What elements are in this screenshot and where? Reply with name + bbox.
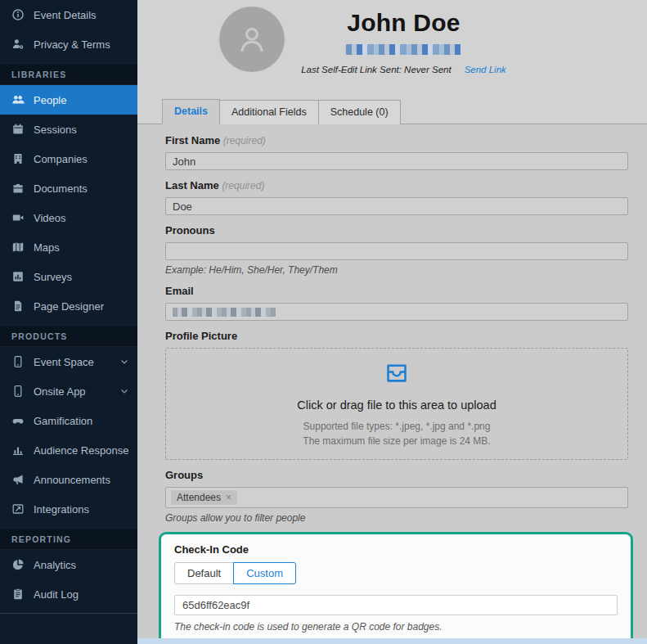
- sidebar-item-label: People: [34, 94, 66, 106]
- video-icon: [11, 211, 25, 224]
- sidebar-item-label: Integrations: [34, 503, 89, 516]
- check-in-code-label: Check-In Code: [174, 543, 249, 556]
- sidebar-item-companies[interactable]: Companies: [0, 144, 137, 173]
- sidebar-item-audit-log[interactable]: Audit Log: [0, 579, 137, 609]
- sidebar-item-label: Announcements: [34, 474, 110, 486]
- sidebar-item-label: Maps: [34, 241, 60, 254]
- sidebar-item-announcements[interactable]: Announcements: [0, 465, 137, 494]
- upload-inbox-icon: [383, 359, 411, 387]
- redacted-email-value: [173, 308, 276, 317]
- groups-label: Groups: [165, 469, 203, 481]
- info-icon: [11, 8, 25, 21]
- avatar: [219, 7, 285, 72]
- email-label: Email: [165, 285, 194, 297]
- phone-icon: [11, 385, 25, 398]
- pie-icon: [11, 558, 25, 571]
- sidebar-section-reporting: REPORTING: [0, 528, 137, 550]
- pronouns-label: Pronouns: [165, 224, 215, 236]
- tab-schedule[interactable]: Schedule (0): [318, 100, 401, 124]
- sidebar-item-label: Event Space: [34, 356, 94, 368]
- sidebar-item-label: Videos: [34, 212, 66, 224]
- send-link[interactable]: Send Link: [465, 65, 506, 74]
- check-in-custom-button[interactable]: Custom: [233, 562, 296, 584]
- sidebar-item-label: Companies: [34, 153, 88, 165]
- sidebar-item-analytics[interactable]: Analytics: [0, 550, 137, 579]
- check-in-mode-toggle: Default Custom: [174, 562, 618, 584]
- pronouns-field-group: Pronouns Example: He/Him, She/Her, They/…: [165, 224, 628, 276]
- profile-header-area: John Doe Last Self-Edit Link Sent: Never…: [137, 0, 647, 124]
- sidebar-section-libraries: LIBRARIES: [0, 63, 137, 85]
- tab-details[interactable]: Details: [162, 99, 220, 124]
- groups-field-group: Groups Attendees× Groups allow you to fi…: [165, 469, 628, 524]
- sidebar-item-gamification[interactable]: Gamification: [0, 406, 137, 435]
- remove-tag-icon[interactable]: ×: [226, 493, 231, 502]
- sidebar-item-event-space[interactable]: Event Space: [0, 347, 137, 376]
- last-name-input[interactable]: [165, 197, 628, 215]
- game-icon: [11, 414, 25, 427]
- sidebar-item-onsite-app[interactable]: Onsite App: [0, 376, 137, 406]
- last-name-field-group: Last Name (required): [165, 179, 628, 215]
- check-in-default-button[interactable]: Default: [174, 562, 234, 584]
- sidebar-item-event-details[interactable]: Event Details: [0, 0, 137, 29]
- sidebar-item-sessions[interactable]: Sessions: [0, 115, 137, 144]
- last-name-label: Last Name: [165, 179, 219, 191]
- app-window: Event DetailsPrivacy & TermsLIBRARIESPeo…: [0, 0, 647, 644]
- first-name-label: First Name: [165, 134, 220, 146]
- profile-picture-field-group: Profile Picture Click or drag file to th…: [165, 330, 628, 460]
- chart-icon: [11, 444, 25, 457]
- person-icon: [234, 21, 270, 57]
- email-field[interactable]: [165, 303, 628, 321]
- sidebar: Event DetailsPrivacy & TermsLIBRARIESPeo…: [0, 0, 137, 644]
- sidebar-item-label: Onsite App: [34, 385, 86, 398]
- sidebar-item-surveys[interactable]: Surveys: [0, 262, 137, 291]
- sidebar-item-documents[interactable]: Documents: [0, 173, 137, 203]
- check-in-helper: The check-in code is used to generate a …: [174, 621, 618, 633]
- tab-bar: DetailsAdditional FieldsSchedule (0): [137, 99, 647, 124]
- check-in-code-input[interactable]: [174, 595, 618, 615]
- group-tag: Attendees×: [171, 490, 237, 505]
- sidebar-divider: [0, 613, 137, 614]
- sidebar-item-page-designer[interactable]: Page Designer: [0, 291, 137, 321]
- sidebar-item-videos[interactable]: Videos: [0, 203, 137, 232]
- pronouns-input[interactable]: [165, 242, 628, 260]
- building-icon: [11, 152, 25, 165]
- sidebar-item-integrations[interactable]: Integrations: [0, 494, 137, 524]
- chevron-down-icon: [119, 357, 129, 367]
- survey-icon: [11, 270, 25, 283]
- sidebar-item-label: Sessions: [34, 124, 77, 136]
- sidebar-item-label: Page Designer: [34, 300, 104, 313]
- map-icon: [11, 241, 25, 254]
- phone-icon: [11, 355, 25, 368]
- integrations-icon: [11, 502, 25, 516]
- user-gear-icon: [11, 38, 25, 51]
- users-icon: [11, 93, 25, 106]
- groups-input[interactable]: Attendees×: [165, 487, 628, 508]
- page-icon: [11, 299, 25, 313]
- calendar-icon: [11, 123, 25, 136]
- tab-additional-fields[interactable]: Additional Fields: [219, 100, 319, 124]
- sidebar-item-label: Audience Response: [34, 444, 128, 457]
- sidebar-item-maps[interactable]: Maps: [0, 232, 137, 262]
- group-tag-label: Attendees: [177, 492, 221, 503]
- sidebar-item-label: Event Details: [34, 9, 97, 21]
- first-name-input[interactable]: [165, 152, 628, 170]
- upload-hint-filetypes: Supported file types: *.jpeg, *.jpg and …: [303, 419, 491, 434]
- sidebar-item-privacy-terms[interactable]: Privacy & Terms: [0, 29, 137, 59]
- chevron-down-icon: [119, 386, 129, 396]
- sidebar-item-label: Gamification: [34, 415, 92, 427]
- profile-picture-dropzone[interactable]: Click or drag file to this area to uploa…: [165, 348, 628, 460]
- footer-bar: [137, 638, 647, 644]
- sidebar-item-audience-response[interactable]: Audience Response: [0, 435, 137, 465]
- required-hint: (required): [222, 180, 264, 191]
- details-form: First Name (required) Last Name (require…: [137, 124, 647, 644]
- main-content: John Doe Last Self-Edit Link Sent: Never…: [137, 0, 647, 644]
- clipboard-icon: [11, 588, 25, 601]
- check-in-section: Check-In Code Default Custom The check-i…: [159, 532, 633, 644]
- pronouns-helper: Example: He/Him, She/Her, They/Them: [165, 264, 628, 276]
- sidebar-item-people[interactable]: People: [0, 85, 137, 115]
- redacted-contact-link[interactable]: [346, 44, 462, 55]
- sidebar-item-label: Audit Log: [34, 588, 79, 601]
- required-hint: (required): [223, 135, 266, 146]
- upload-hint-maxsize: The maximum file size per image is 24 MB…: [303, 434, 490, 448]
- sidebar-item-label: Documents: [34, 182, 88, 195]
